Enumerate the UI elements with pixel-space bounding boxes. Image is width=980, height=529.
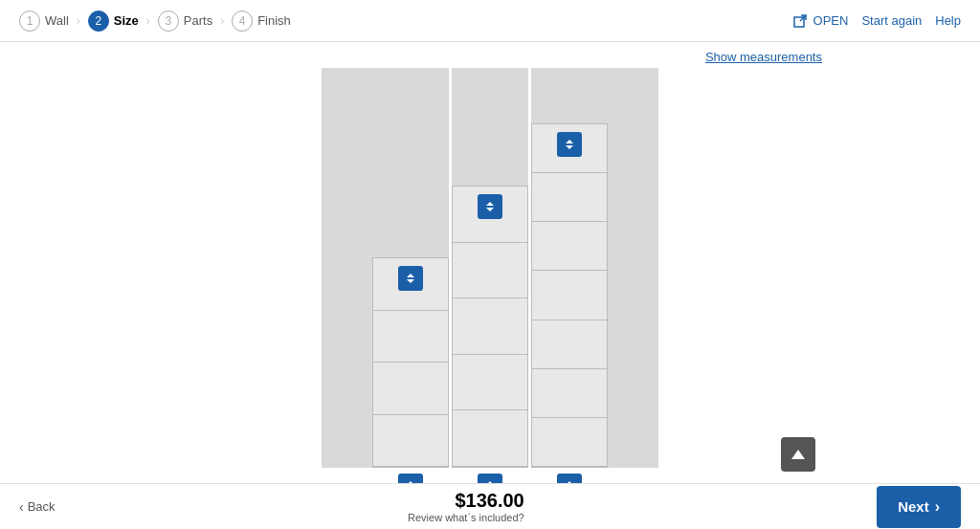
shelf: [532, 320, 607, 369]
next-label: Next: [898, 498, 929, 515]
header: 1 Wall › 2 Size › 3 Parts › 4 Finish: [0, 0, 980, 42]
back-button[interactable]: ‹ Back: [19, 499, 56, 515]
start-again-button[interactable]: Start again: [861, 13, 922, 28]
arrow-up-icon: [486, 202, 494, 206]
main-content: Show measurements: [0, 42, 980, 529]
step-4-num: 4: [232, 11, 253, 32]
step-4-label: Finish: [257, 13, 291, 28]
shelf: [453, 355, 527, 411]
columns-container: [322, 68, 658, 468]
step-4[interactable]: 4 Finish: [232, 11, 291, 32]
back-chevron-icon: ‹: [19, 499, 24, 515]
step-2-num: 2: [88, 11, 109, 32]
col1-top-spinner[interactable]: [398, 266, 423, 291]
shelf: [453, 243, 527, 299]
price-value: $136.00: [408, 490, 524, 512]
open-button[interactable]: OPEN: [793, 13, 848, 29]
shelf: [532, 173, 607, 222]
show-measurements-link[interactable]: Show measurements: [705, 50, 822, 64]
header-right: OPEN Start again Help: [793, 13, 961, 29]
back-label: Back: [28, 499, 56, 514]
step-1-num: 1: [19, 11, 40, 32]
col2-top-spinner[interactable]: [478, 194, 502, 219]
shelf: [373, 415, 448, 468]
footer: ‹ Back $136.00 Review what´s included? N…: [0, 483, 980, 529]
col2-shelves: [453, 187, 527, 467]
column-2: [452, 186, 528, 468]
shelf: [453, 298, 527, 355]
price-area: $136.00 Review what´s included?: [408, 490, 524, 523]
step-divider-2: ›: [146, 14, 150, 28]
shelf: [532, 369, 607, 418]
arrow-down-icon: [566, 145, 573, 149]
step-3-num: 3: [158, 11, 179, 32]
column-3: [531, 123, 608, 468]
step-1[interactable]: 1 Wall: [19, 11, 69, 32]
up-arrow-icon: [791, 450, 805, 459]
shelf: [532, 418, 607, 467]
shelf: [373, 363, 448, 415]
next-button[interactable]: Next ›: [877, 486, 961, 528]
step-divider-1: ›: [77, 14, 80, 28]
shelf: [532, 271, 607, 320]
open-label: OPEN: [813, 13, 849, 28]
step-divider-3: ›: [220, 14, 224, 28]
step-1-label: Wall: [45, 13, 69, 28]
shelf: [373, 311, 448, 364]
price-subtitle: Review what´s included?: [408, 512, 524, 523]
arrow-down-icon: [486, 208, 494, 211]
svg-line-1: [800, 15, 806, 21]
help-button[interactable]: Help: [935, 13, 961, 28]
step-3-label: Parts: [184, 13, 212, 28]
arrow-down-icon: [407, 279, 414, 283]
open-icon: [793, 14, 807, 28]
column-1: [372, 257, 449, 468]
steps-nav: 1 Wall › 2 Size › 3 Parts › 4 Finish: [19, 11, 291, 32]
step-2-label: Size: [114, 13, 139, 28]
wardrobe-canvas: [322, 68, 658, 468]
shelf: [453, 410, 527, 467]
scroll-to-top-button[interactable]: [781, 437, 815, 472]
next-chevron-icon: ›: [935, 498, 940, 516]
col3-shelves: [532, 124, 607, 467]
col3-top-spinner[interactable]: [557, 132, 582, 157]
shelf: [532, 222, 607, 271]
step-2[interactable]: 2 Size: [88, 11, 139, 32]
step-3[interactable]: 3 Parts: [158, 11, 212, 32]
arrow-up-icon: [407, 274, 414, 277]
arrow-up-icon: [566, 140, 573, 143]
